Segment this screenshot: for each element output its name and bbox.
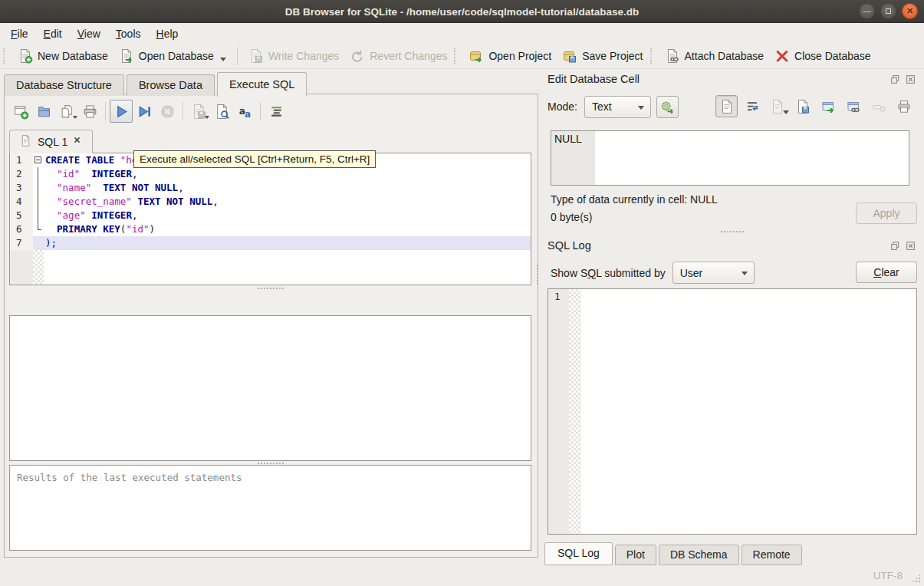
tab-execute-sql[interactable]: Execute SQL — [217, 72, 307, 97]
execute-all-button[interactable] — [110, 100, 133, 123]
link-data-icon — [846, 99, 861, 114]
sql-file-tab[interactable]: SQL 1 — [9, 130, 93, 153]
fold-margin — [33, 167, 44, 181]
dock-tab-sql-log[interactable]: SQL Log — [544, 542, 613, 565]
save-project-button[interactable]: Save Project — [557, 45, 648, 67]
close-icon[interactable] — [905, 74, 916, 87]
import-data-button[interactable] — [766, 95, 788, 117]
close-icon — [905, 74, 916, 85]
dock-tab-db-schema[interactable]: DB Schema — [659, 545, 739, 565]
print-cell-button[interactable] — [893, 95, 915, 117]
code-text: "age" INTEGER, — [44, 209, 531, 222]
autocomplete-button[interactable]: aa — [233, 100, 256, 123]
stop-button[interactable] — [156, 100, 179, 123]
export-data-icon — [820, 99, 836, 114]
fold-collapse-icon[interactable] — [35, 156, 41, 163]
dock-splitter[interactable] — [541, 231, 924, 232]
sql-log-header: SQL Log — [547, 239, 916, 255]
save-results-button[interactable] — [187, 100, 210, 123]
text-mode-button[interactable] — [715, 95, 738, 117]
editor-line: 4 "secret_name" TEXT NOT NULL, — [10, 195, 531, 209]
print-icon — [82, 104, 98, 120]
word-wrap-button[interactable] — [741, 95, 763, 117]
float-icon — [889, 74, 901, 85]
maximize-button[interactable] — [880, 3, 896, 19]
float-icon[interactable] — [889, 74, 901, 87]
title-bar: DB Browser for SQLite - /home/user/code/… — [0, 0, 924, 23]
clear-button[interactable]: Clear — [856, 262, 917, 283]
code-text: "id" INTEGER, — [44, 167, 531, 181]
attach-database-button[interactable]: Attach Database — [659, 45, 770, 67]
close-database-button[interactable]: Close Database — [769, 45, 876, 67]
minimize-button[interactable]: — — [859, 3, 875, 19]
open-project-button[interactable]: Open Project — [463, 45, 557, 67]
float-icon — [889, 240, 901, 252]
new-sql-tab-button[interactable] — [9, 100, 32, 123]
splitter-editor-grid[interactable] — [9, 286, 531, 291]
code-text: "secret_name" TEXT NOT NULL, — [44, 195, 531, 209]
stop-icon — [159, 104, 176, 120]
cell-null-value: NULL — [551, 131, 595, 185]
maximize-icon — [886, 8, 891, 14]
menu-bar: FileEditViewToolsHelp — [0, 24, 924, 43]
cell-type-text: Type of data currently in cell: NULL — [551, 193, 718, 206]
toolbar-button-label: Save Project — [582, 50, 643, 62]
link-data-button[interactable] — [842, 95, 864, 117]
export-data-button[interactable] — [817, 95, 839, 117]
execute-sql-panel: aa SQL 1 Execute all/selected SQL [Ctrl+… — [4, 94, 538, 558]
apply-button[interactable]: Apply — [856, 202, 917, 224]
revert-changes-button[interactable]: Revert Changes — [344, 45, 452, 67]
menu-item-view[interactable]: View — [70, 25, 108, 42]
code-text: "name" TEXT NOT NULL, — [44, 181, 531, 195]
find-replace-button[interactable] — [210, 100, 233, 123]
results-message-pane[interactable]: Results of the last executed statements — [9, 465, 531, 551]
line-number: 7 — [10, 236, 33, 250]
print-button[interactable] — [78, 100, 101, 123]
encoding-indicator[interactable]: UTF-8 — [873, 570, 903, 581]
autocomplete-icon: aa — [237, 104, 253, 120]
open-sql-file-button[interactable] — [32, 100, 55, 123]
toolbar-grip — [454, 48, 460, 64]
mode-value: Text — [592, 100, 612, 113]
left-panel: Database StructureBrowse DataExecute SQL… — [0, 69, 541, 565]
tab-browse-data[interactable]: Browse Data — [127, 74, 215, 96]
close-icon[interactable] — [905, 240, 916, 254]
editor-line: 5 "age" INTEGER, — [10, 209, 531, 222]
tab-database-structure[interactable]: Database Structure — [4, 74, 124, 96]
write-changes-button[interactable]: Write Changes — [243, 45, 344, 67]
format-sql-button[interactable] — [265, 100, 288, 123]
submitter-value: User — [680, 267, 703, 279]
dock-tab-remote[interactable]: Remote — [742, 545, 802, 565]
sql-toolbar-separator — [105, 102, 106, 120]
execute-line-icon — [136, 104, 153, 120]
menu-item-tools[interactable]: Tools — [108, 25, 149, 42]
execute-all-icon — [113, 104, 130, 120]
menu-item-edit[interactable]: Edit — [36, 25, 70, 42]
fold-margin — [33, 222, 44, 236]
open-database-button[interactable]: Open Database — [113, 45, 232, 67]
submitter-select[interactable]: User — [672, 262, 755, 284]
chevron-down-icon — [742, 272, 748, 275]
menu-item-file[interactable]: File — [3, 25, 36, 42]
save-data-button[interactable] — [791, 95, 814, 117]
results-grid-pane[interactable] — [9, 315, 531, 461]
set-null-button[interactable] — [867, 95, 889, 117]
new-database-button[interactable]: New Database — [12, 45, 113, 67]
sql-log-area[interactable]: 1 — [547, 288, 917, 535]
menu-item-help[interactable]: Help — [149, 25, 186, 42]
close-button[interactable]: ✕ — [902, 3, 918, 19]
auto-mode-icon[interactable] — [656, 96, 679, 118]
mode-select[interactable]: Text — [584, 96, 651, 118]
cell-value-editor[interactable]: NULL — [551, 130, 909, 186]
dock-tab-plot[interactable]: Plot — [615, 545, 656, 565]
fold-margin-filler — [33, 250, 44, 285]
fold-margin[interactable] — [33, 153, 44, 167]
open-sql-file-tab-button[interactable] — [55, 100, 78, 123]
sql-log-title: SQL Log — [547, 239, 591, 252]
close-tab-icon[interactable] — [73, 136, 83, 148]
execute-line-button[interactable] — [133, 100, 156, 123]
chevron-down-icon — [220, 58, 226, 61]
float-icon[interactable] — [889, 240, 901, 254]
sql-editor[interactable]: 1CREATE TABLE "hero" (2 "id" INTEGER,3 "… — [9, 153, 531, 285]
resize-grip[interactable] — [912, 574, 921, 583]
